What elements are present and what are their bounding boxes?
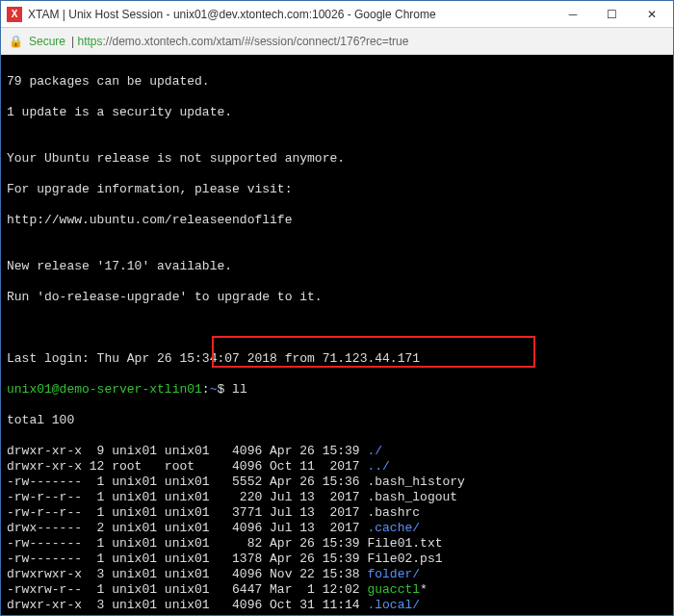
ls-row-name: ./ (367, 444, 382, 458)
ls-row-name: .local/ (367, 598, 420, 612)
terminal[interactable]: 79 packages can be updated. 1 update is … (1, 55, 673, 615)
ls-row-name: ../ (367, 459, 389, 474)
ls-row-name: .nano/ (367, 613, 412, 615)
maximize-button[interactable]: ☐ (592, 1, 631, 27)
motd-line: For upgrade information, please visit: (7, 182, 667, 197)
ls-row-name: .bashrc (367, 505, 420, 520)
ls-row: -rw-r--r-- 1 unix01 unix01 220 Jul 13 20… (7, 490, 667, 505)
ls-row-meta: -rwxrw-r-- 1 unix01 unix01 6447 Mar 1 12… (7, 582, 367, 597)
ls-row-name: File02.ps1 (367, 552, 442, 566)
url-rest: ://demo.xtontech.com/xtam/#/session/conn… (103, 35, 409, 48)
ls-row-suffix: * (420, 582, 428, 597)
ls-row-meta: drwxr-xr-x 12 root root 4096 Oct 11 2017 (7, 459, 367, 474)
motd-line: Your Ubuntu release is not supported any… (7, 151, 667, 167)
ls-row: -rwxrw-r-- 1 unix01 unix01 6447 Mar 1 12… (7, 582, 667, 598)
ls-row: drwxrwxr-x 3 unix01 unix01 4096 Nov 22 1… (7, 567, 667, 582)
chrome-window: X XTAM | Unix Host Session - unix01@dev.… (0, 0, 674, 616)
ls-row: drwxr-xr-x 9 unix01 unix01 4096 Apr 26 1… (7, 444, 667, 459)
ls-row-meta: drwxrwxr-x 2 unix01 unix01 4096 Aug 30 2… (7, 613, 367, 615)
motd-line: 79 packages can be updated. (7, 74, 667, 90)
ls-row: -rw------- 1 unix01 unix01 5552 Apr 26 1… (7, 475, 667, 490)
motd-line: New release '17.10' available. (7, 259, 667, 274)
ls-row: -rw------- 1 unix01 unix01 1378 Apr 26 1… (7, 552, 667, 567)
motd-line: Run 'do-release-upgrade' to upgrade to i… (7, 290, 667, 305)
close-button[interactable]: ✕ (631, 1, 673, 27)
xtam-app-icon: X (7, 7, 22, 22)
ls-row-meta: drwxr-xr-x 3 unix01 unix01 4096 Oct 31 1… (7, 598, 367, 612)
ls-row: drwx------ 2 unix01 unix01 4096 Jul 13 2… (7, 521, 667, 536)
ls-row: drwxrwxr-x 2 unix01 unix01 4096 Aug 30 2… (7, 613, 667, 615)
ls-row-name: .cache/ (367, 521, 420, 535)
motd-line: 1 update is a security update. (7, 105, 667, 120)
minimize-button[interactable]: ─ (554, 1, 592, 27)
ls-row: -rw-r--r-- 1 unix01 unix01 3771 Jul 13 2… (7, 505, 667, 521)
ls-row-name: File01.txt (367, 536, 442, 551)
ls-row-meta: -rw------- 1 unix01 unix01 5552 Apr 26 1… (7, 475, 367, 489)
ls-row-meta: drwxr-xr-x 9 unix01 unix01 4096 Apr 26 1… (7, 444, 367, 458)
prompt-command: ll (224, 382, 246, 397)
ls-row-meta: -rw-r--r-- 1 unix01 unix01 220 Jul 13 20… (7, 490, 367, 504)
ls-row: drwxr-xr-x 12 root root 4096 Oct 11 2017… (7, 459, 667, 475)
ls-total: total 100 (7, 413, 667, 428)
window-titlebar: X XTAM | Unix Host Session - unix01@dev.… (1, 1, 673, 28)
motd-line: http://www.ubuntu.com/releaseendoflife (7, 213, 667, 228)
ls-listing: drwxr-xr-x 9 unix01 unix01 4096 Apr 26 1… (7, 444, 667, 615)
ls-row-meta: -rw------- 1 unix01 unix01 1378 Apr 26 1… (7, 552, 367, 566)
ls-row-meta: -rw------- 1 unix01 unix01 82 Apr 26 15:… (7, 536, 367, 551)
prompt-user: unix01@demo-server-xtlin01 (7, 382, 202, 397)
prompt-colon: : (202, 382, 210, 397)
ls-row-meta: -rw-r--r-- 1 unix01 unix01 3771 Jul 13 2… (7, 505, 367, 520)
url-scheme: https (77, 35, 102, 48)
ls-row-name: .bash_logout (367, 490, 457, 504)
window-controls: ─ ☐ ✕ (554, 1, 673, 27)
last-login-line: Last login: Thu Apr 26 15:34:07 2018 fro… (7, 351, 667, 367)
ls-row-meta: drwxrwxr-x 3 unix01 unix01 4096 Nov 22 1… (7, 567, 367, 581)
secure-label: Secure (29, 35, 65, 48)
ls-row: drwxr-xr-x 3 unix01 unix01 4096 Oct 31 1… (7, 598, 667, 613)
lock-icon: 🔒 (9, 35, 23, 48)
ls-row-name: guacctl (367, 582, 420, 597)
ls-row-name: .bash_history (367, 475, 464, 489)
prompt-line: unix01@demo-server-xtlin01:~$ ll (7, 382, 667, 398)
window-title: XTAM | Unix Host Session - unix01@dev.xt… (28, 8, 554, 21)
ls-row-meta: drwx------ 2 unix01 unix01 4096 Jul 13 2… (7, 521, 367, 535)
address-url: | https://demo.xtontech.com/xtam/#/sessi… (71, 35, 408, 48)
address-bar[interactable]: 🔒 Secure | https://demo.xtontech.com/xta… (1, 28, 673, 55)
ls-row-name: folder/ (367, 567, 420, 581)
ls-row: -rw------- 1 unix01 unix01 82 Apr 26 15:… (7, 536, 667, 552)
